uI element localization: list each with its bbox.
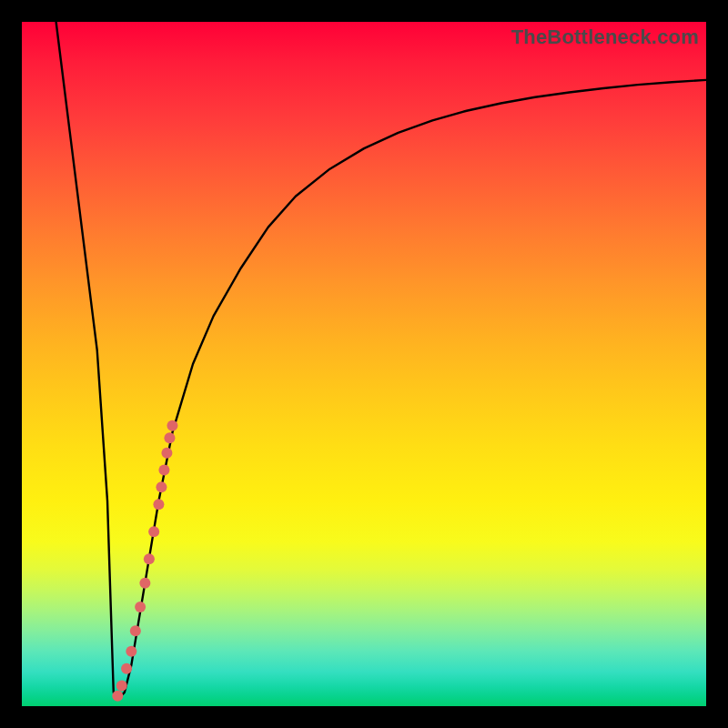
highlight-dot xyxy=(121,663,132,674)
highlight-dot xyxy=(158,465,169,476)
plot-area: TheBottleneck.com xyxy=(22,22,706,706)
highlight-dot xyxy=(153,499,164,510)
highlight-dot xyxy=(156,481,167,492)
highlight-dot xyxy=(130,625,141,636)
highlight-dot xyxy=(139,578,150,589)
chart-frame: TheBottleneck.com xyxy=(0,0,728,728)
highlight-dot xyxy=(126,646,136,657)
highlight-dot xyxy=(161,448,172,459)
highlight-dot xyxy=(112,691,123,702)
curve-path xyxy=(56,22,706,699)
highlight-dots xyxy=(112,420,177,702)
highlight-dot xyxy=(148,526,159,537)
highlight-dot xyxy=(135,602,146,612)
chart-svg xyxy=(22,22,706,706)
highlight-dot xyxy=(144,553,155,564)
highlight-dot xyxy=(164,432,175,443)
highlight-dot xyxy=(116,680,127,691)
highlight-dot xyxy=(167,420,177,431)
